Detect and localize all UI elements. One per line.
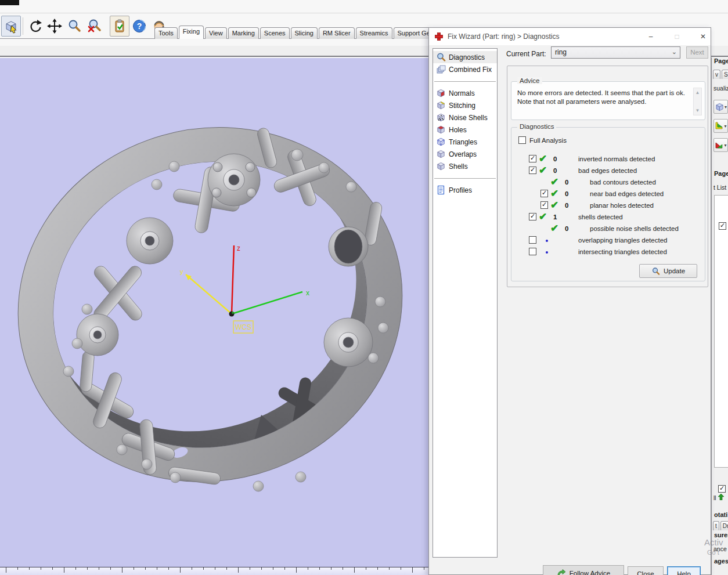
part-visibility-checkbox[interactable] [719, 222, 726, 230]
sidebar-item-combined-fix[interactable]: Combined Fix [433, 63, 497, 75]
ruler-tick [366, 567, 366, 570]
green-check-icon: ✔ [550, 199, 558, 211]
verify-part-icon[interactable] [110, 16, 129, 37]
follow-advice-icon [557, 569, 566, 575]
next-button[interactable]: Next [686, 46, 708, 59]
sidebar-item-label: Normals [449, 89, 475, 97]
update-button[interactable]: Update [639, 264, 697, 278]
shade-mode-icon[interactable]: ▾ [713, 100, 728, 114]
sidebar-item-label: Overlaps [449, 150, 477, 158]
tab-slicing[interactable]: Slicing [291, 27, 318, 39]
sidebar-item-stitching[interactable]: Stitching [433, 99, 497, 111]
sidebar-item-overlaps[interactable]: Overlaps [433, 148, 497, 160]
tab-scenes[interactable]: Scenes [260, 27, 290, 39]
checkbox[interactable] [540, 201, 548, 209]
section-corner-icon[interactable]: ▾ [713, 138, 728, 152]
toolbar-divider [0, 13, 728, 13]
mini-tab-t[interactable]: t [713, 521, 719, 530]
full-analysis-checkbox[interactable]: Full Analysis [518, 136, 567, 144]
checkbox[interactable] [529, 155, 536, 162]
ruler-tick [6, 567, 6, 573]
dialog-titlebar[interactable]: Fix Wizard (Part: ring) > Diagnostics – … [429, 28, 711, 45]
diagnostic-label: planar holes detected [590, 202, 654, 209]
diagnostic-label: possible noise shells detected [590, 225, 679, 232]
advice-scrollbar[interactable]: ▲ ▼ [693, 88, 702, 115]
green-check-icon: ✔ [550, 176, 558, 188]
checkbox[interactable] [518, 136, 526, 144]
tab-fixing[interactable]: Fixing [179, 26, 204, 39]
ruler-tick [134, 567, 134, 570]
ruler-tick [238, 567, 239, 573]
advice-groupbox: Advice No more errors are detected. It s… [511, 81, 705, 120]
tab-streamics[interactable]: Streamics [356, 27, 392, 39]
sidebar-item-noise-shells[interactable]: Noise Shells [433, 111, 497, 124]
maximize-button[interactable]: □ [668, 28, 686, 45]
fix-wizard-icon [435, 32, 443, 41]
minimize-button[interactable]: – [642, 28, 659, 45]
part-visibility-checkbox[interactable] [718, 485, 726, 493]
green-check-icon: ✔ [539, 211, 547, 223]
ruler-tick [75, 567, 76, 570]
close-dialog-button[interactable]: Close [628, 566, 664, 575]
mini-tab-v[interactable]: v [713, 70, 720, 79]
checkbox[interactable] [529, 248, 536, 255]
panel-label-fragment: ll [713, 494, 724, 501]
help-icon[interactable]: ? [129, 16, 149, 37]
diagnostic-label: near bad edges detected [590, 190, 664, 197]
mini-tab-dra[interactable]: Dra [720, 521, 728, 530]
sidebar-item-holes[interactable]: Holes [433, 124, 497, 136]
close-button[interactable]: ✕ [694, 28, 712, 45]
cube-yellow-edge-icon [436, 100, 446, 110]
green-check-icon: ✔ [550, 187, 558, 200]
docked-toolpages-strip: PagevSlicsualiza ▾ ▾ ▾Paget Listll otati… [711, 57, 728, 575]
error-count: 0 [565, 202, 568, 209]
rotate-view-icon[interactable] [25, 16, 45, 37]
ruler-tick [412, 567, 413, 573]
scroll-up-icon[interactable]: ▲ [694, 90, 701, 95]
sidebar-item-label: Combined Fix [449, 66, 492, 74]
diagnostic-label: shells detected [578, 214, 623, 220]
follow-advice-button[interactable]: Follow Advice [543, 565, 624, 575]
ruler-tick [99, 567, 99, 570]
select-part-icon[interactable] [1, 16, 21, 37]
checkbox[interactable] [529, 213, 536, 220]
ruler-tick [168, 567, 169, 570]
sidebar-item-shells[interactable]: Shells [433, 160, 497, 172]
pan-view-icon[interactable] [45, 16, 64, 37]
sidebar-item-label: Noise Shells [449, 114, 488, 122]
ruler-tick [226, 567, 227, 570]
diagnostic-row-overlapping-triangles-detected: overlapping triangles detected [511, 235, 705, 247]
sidebar-item-label: Triangles [449, 138, 477, 146]
sidebar-item-triangles[interactable]: Triangles [433, 136, 497, 148]
unzoom-icon[interactable] [84, 16, 104, 37]
checkbox[interactable] [540, 190, 548, 197]
x-axis-label: x [306, 289, 309, 297]
checkbox[interactable] [529, 167, 536, 174]
zoom-icon[interactable] [64, 16, 84, 37]
checkbox[interactable] [529, 236, 536, 244]
help-button[interactable]: Help [667, 566, 701, 575]
tab-view[interactable]: View [205, 27, 227, 39]
activate-windows-watermark-line2: Go t [707, 549, 719, 556]
tab-marking[interactable]: Marking [228, 27, 259, 39]
application-window: ? ToolsFixingViewMarkingScenesSlicingRM … [0, 0, 728, 575]
panel-header-fragment: Page [714, 170, 728, 177]
ruler-tick [180, 567, 181, 573]
sidebar-item-normals[interactable]: Normals [433, 87, 497, 99]
tab-rm-slicer[interactable]: RM Slicer [319, 27, 355, 39]
view-corner-icon[interactable]: ▾ [713, 119, 728, 133]
ruler-tick [308, 567, 308, 570]
current-part-select[interactable]: ring ⌄ [551, 46, 680, 59]
diagnostic-label: intersecting triangles detected [578, 248, 667, 255]
mini-tab-slic[interactable]: Slic [722, 70, 728, 79]
diagnostic-label: overlapping triangles detected [578, 237, 667, 244]
tab-tools[interactable]: Tools [154, 27, 178, 39]
scroll-down-icon[interactable]: ▼ [694, 108, 701, 113]
sidebar-item-profiles[interactable]: Profiles [433, 184, 497, 196]
error-count: 1 [553, 214, 557, 220]
document-icon [436, 185, 446, 195]
sidebar-item-diagnostics[interactable]: Diagnostics [433, 51, 497, 63]
diagnostic-row-bad-contours-detected: ✔0bad contours detected [511, 177, 705, 189]
advice-legend: Advice [517, 77, 542, 84]
svg-text:WCS: WCS [235, 323, 251, 331]
